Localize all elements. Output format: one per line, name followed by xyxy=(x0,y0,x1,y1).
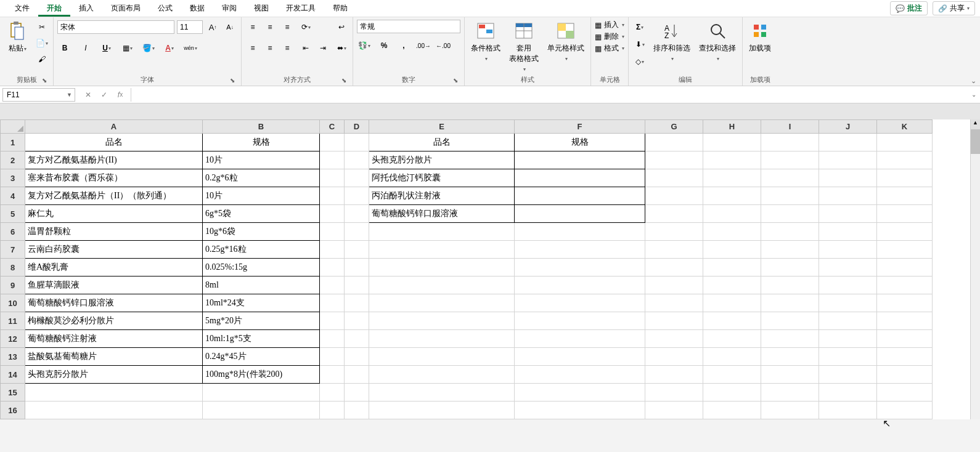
cell-G12[interactable] xyxy=(645,330,703,348)
share-button[interactable]: 🔗共享▾ xyxy=(933,1,975,15)
cell-J2[interactable] xyxy=(819,151,877,169)
cell-E6[interactable] xyxy=(369,223,515,241)
column-header-F[interactable]: F xyxy=(515,120,645,134)
row-header-2[interactable]: 2 xyxy=(1,151,25,169)
cell-J12[interactable] xyxy=(819,330,877,348)
cell-I12[interactable] xyxy=(761,330,819,348)
row-header-7[interactable]: 7 xyxy=(1,241,25,259)
cell-B6[interactable]: 10g*6袋 xyxy=(203,223,320,241)
cell-D13[interactable] xyxy=(345,348,369,366)
cell-E12[interactable] xyxy=(369,330,515,348)
cell-J8[interactable] xyxy=(819,259,877,276)
cell-D9[interactable] xyxy=(345,276,369,294)
cell-G16[interactable] xyxy=(645,402,703,419)
cell-F12[interactable] xyxy=(515,330,645,348)
cell-I3[interactable] xyxy=(761,169,819,187)
cell-B4[interactable]: 10片 xyxy=(203,187,320,205)
cell-J4[interactable] xyxy=(819,187,877,205)
cell-G4[interactable] xyxy=(645,187,703,205)
cell-A13[interactable]: 盐酸氨基葡萄糖片 xyxy=(25,348,203,366)
cell-F5[interactable] xyxy=(515,205,645,223)
cell-I11[interactable] xyxy=(761,312,819,330)
cell-H5[interactable] xyxy=(703,205,761,223)
cell-F15[interactable] xyxy=(515,384,645,402)
cell-H13[interactable] xyxy=(703,348,761,366)
cell-C6[interactable] xyxy=(320,223,345,241)
cell-F7[interactable] xyxy=(515,241,645,259)
cell-style-button[interactable]: 单元格样式 xyxy=(545,20,587,63)
table-format-button[interactable]: 套用 表格格式 xyxy=(507,20,541,73)
cell-C12[interactable] xyxy=(320,330,345,348)
cell-D8[interactable] xyxy=(345,259,369,276)
cell-F10[interactable] xyxy=(515,294,645,312)
menu-layout[interactable]: 页面布局 xyxy=(102,1,149,16)
cell-A9[interactable]: 鱼腥草滴眼液 xyxy=(25,276,203,294)
column-header-C[interactable]: C xyxy=(320,120,345,134)
cell-K3[interactable] xyxy=(877,169,933,187)
align-top-button[interactable]: ≡ xyxy=(245,20,260,34)
row-header-3[interactable]: 3 xyxy=(1,169,25,187)
row-header-10[interactable]: 10 xyxy=(1,294,25,312)
cell-H15[interactable] xyxy=(703,384,761,402)
menu-help[interactable]: 帮助 xyxy=(324,1,356,16)
cell-K7[interactable] xyxy=(877,241,933,259)
cell-I8[interactable] xyxy=(761,259,819,276)
cell-H4[interactable] xyxy=(703,187,761,205)
font-launcher[interactable]: ⬊ xyxy=(229,77,236,84)
cell-C2[interactable] xyxy=(320,151,345,169)
paste-button[interactable]: 粘贴 xyxy=(4,20,31,55)
cell-D7[interactable] xyxy=(345,241,369,259)
column-header-J[interactable]: J xyxy=(819,120,877,134)
cell-J13[interactable] xyxy=(819,348,877,366)
underline-button[interactable]: U xyxy=(99,41,114,55)
cell-A2[interactable]: 复方对乙酰氨基酚片(II) xyxy=(25,151,203,169)
cell-D16[interactable] xyxy=(345,402,369,419)
cell-H16[interactable] xyxy=(703,402,761,419)
cell-I15[interactable] xyxy=(761,384,819,402)
delete-cells-button[interactable]: ▦删除 xyxy=(595,31,624,42)
cell-H7[interactable] xyxy=(703,241,761,259)
align-middle-button[interactable]: ≡ xyxy=(263,20,277,34)
row-header-6[interactable]: 6 xyxy=(1,223,25,241)
cell-D4[interactable] xyxy=(345,187,369,205)
cell-G9[interactable] xyxy=(645,276,703,294)
cell-I5[interactable] xyxy=(761,205,819,223)
orientation-button[interactable]: ⟳ xyxy=(298,20,313,34)
spreadsheet-grid[interactable]: ABCDEFGHIJK1品名规格品名规格2复方对乙酰氨基酚片(II)10片头孢克… xyxy=(0,119,980,419)
cell-K13[interactable] xyxy=(877,348,933,366)
column-header-D[interactable]: D xyxy=(345,120,369,134)
cell-E3[interactable]: 阿托伐他汀钙胶囊 xyxy=(369,169,515,187)
cell-E9[interactable] xyxy=(369,276,515,294)
row-header-11[interactable]: 11 xyxy=(1,312,25,330)
cell-A8[interactable]: 维A酸乳膏 xyxy=(25,259,203,276)
cell-F13[interactable] xyxy=(515,348,645,366)
cell-G11[interactable] xyxy=(645,312,703,330)
cell-F14[interactable] xyxy=(515,366,645,384)
menu-review[interactable]: 审阅 xyxy=(213,1,245,16)
insert-function-button[interactable]: fx xyxy=(112,88,128,102)
cell-B5[interactable]: 6g*5袋 xyxy=(203,205,320,223)
clipboard-launcher[interactable]: ⬊ xyxy=(41,77,48,84)
border-button[interactable]: ▦ xyxy=(120,41,135,55)
cell-F4[interactable] xyxy=(515,187,645,205)
align-right-button[interactable]: ≡ xyxy=(280,41,295,55)
cell-F3[interactable] xyxy=(515,169,645,187)
cell-G5[interactable] xyxy=(645,205,703,223)
clear-button[interactable]: ◇ xyxy=(632,54,647,69)
cell-B3[interactable]: 0.2g*6粒 xyxy=(203,169,320,187)
menu-formulas[interactable]: 公式 xyxy=(149,1,181,16)
cell-G6[interactable] xyxy=(645,223,703,241)
cell-I1[interactable] xyxy=(761,134,819,151)
align-bottom-button[interactable]: ≡ xyxy=(280,20,295,34)
cell-B16[interactable] xyxy=(203,402,320,419)
menu-dev[interactable]: 开发工具 xyxy=(277,1,324,16)
font-select[interactable] xyxy=(57,20,174,34)
cell-G8[interactable] xyxy=(645,259,703,276)
row-header-13[interactable]: 13 xyxy=(1,348,25,366)
cell-A16[interactable] xyxy=(25,402,203,419)
fill-color-button[interactable]: 🪣 xyxy=(141,41,156,55)
row-header-8[interactable]: 8 xyxy=(1,259,25,276)
cell-H3[interactable] xyxy=(703,169,761,187)
name-box[interactable]: F11 ▼ xyxy=(2,88,75,102)
row-header-16[interactable]: 16 xyxy=(1,402,25,419)
